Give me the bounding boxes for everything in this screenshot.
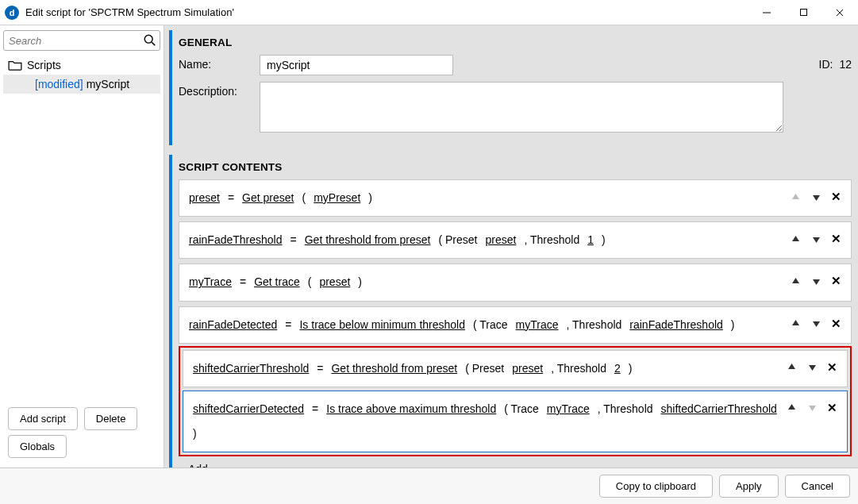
svg-marker-15 (809, 365, 816, 371)
id-value: 12 (839, 58, 852, 71)
move-down-icon[interactable] (810, 233, 821, 244)
globals-button[interactable]: Globals (8, 435, 67, 458)
move-up-icon[interactable] (790, 233, 801, 244)
arg1[interactable]: preset (512, 359, 543, 379)
row-controls: ✕ (786, 359, 837, 375)
copy-to-clipboard-button[interactable]: Copy to clipboard (599, 475, 713, 498)
name-input[interactable] (260, 55, 453, 75)
script-row-4[interactable]: shiftedCarrierThreshold=Get threshold fr… (183, 350, 848, 387)
arg1[interactable]: preset (485, 230, 516, 250)
close-button[interactable] (821, 0, 858, 25)
tree-item-myscript[interactable]: [modified] myScript (3, 75, 160, 94)
arg2[interactable]: 1 (587, 230, 594, 250)
svg-line-5 (152, 42, 155, 45)
svg-marker-8 (792, 236, 799, 241)
arg2[interactable]: 2 (614, 359, 621, 379)
move-up-icon[interactable] (790, 318, 801, 329)
sidebar: Scripts [modified] myScript Add script D… (0, 25, 164, 467)
search-box[interactable] (3, 30, 160, 51)
move-down-icon[interactable] (810, 318, 821, 329)
search-input[interactable] (9, 35, 143, 47)
var-name[interactable]: shiftedCarrierThreshold (193, 359, 309, 379)
move-down-icon (806, 402, 818, 414)
row-controls: ✕ (790, 230, 841, 246)
titlebar: d Edit script for 'SPCTRM Spectrum Simul… (0, 0, 858, 25)
arg2[interactable]: shiftedCarrierThreshold (661, 399, 777, 419)
delete-row-icon[interactable]: ✕ (827, 360, 837, 375)
close-paren: ) (368, 188, 372, 208)
row-controls: ✕ (790, 315, 841, 331)
delete-row-icon[interactable]: ✕ (827, 401, 837, 415)
script-contents-heading: SCRIPT CONTENTS (179, 158, 852, 179)
add-line-link[interactable]: Add (179, 456, 211, 467)
open-paren: ( Preset (438, 230, 477, 250)
open-paren: ( Trace (473, 315, 508, 335)
equals: = (285, 315, 291, 335)
equals: = (228, 188, 234, 208)
main-panel: GENERAL Name: ID: 12 Description: SCRIPT… (164, 25, 858, 467)
move-down-icon[interactable] (810, 275, 821, 287)
tree-root-scripts[interactable]: Scripts (3, 56, 160, 75)
open-paren: ( (302, 188, 306, 208)
arg1[interactable]: myTrace (516, 315, 559, 335)
arg-sep: , Threshold (551, 359, 606, 379)
script-row-2[interactable]: myTrace=Get trace(preset) ✕ (179, 264, 852, 301)
function-name[interactable]: Get trace (254, 272, 300, 292)
svg-marker-7 (813, 195, 820, 201)
function-name[interactable]: Get threshold from preset (305, 230, 431, 250)
script-row-0[interactable]: preset=Get preset(myPreset) ✕ (179, 179, 852, 217)
row-controls: ✕ (790, 188, 841, 204)
function-name[interactable]: Get preset (242, 188, 294, 208)
maximize-button[interactable] (785, 0, 821, 25)
highlight-box: shiftedCarrierThreshold=Get threshold fr… (179, 346, 852, 457)
delete-row-icon[interactable]: ✕ (831, 317, 841, 331)
move-up-icon[interactable] (786, 362, 797, 373)
close-paren: ) (358, 272, 362, 292)
equals: = (240, 272, 246, 292)
minimize-button[interactable] (748, 0, 785, 25)
close-paren: ) (193, 424, 197, 444)
move-down-icon[interactable] (806, 362, 818, 373)
description-label: Description: (179, 82, 260, 98)
function-name[interactable]: Is trace above maximum threshold (326, 399, 496, 419)
svg-marker-6 (792, 194, 799, 199)
function-name[interactable]: Is trace below minimum threshold (299, 315, 465, 335)
delete-row-icon[interactable]: ✕ (831, 232, 841, 246)
search-icon (143, 33, 157, 48)
var-name[interactable]: rainFadeDetected (189, 315, 277, 335)
open-paren: ( (308, 272, 312, 292)
script-row-3[interactable]: rainFadeDetected=Is trace below minimum … (179, 306, 852, 344)
row-controls: ✕ (790, 272, 841, 288)
move-down-icon[interactable] (810, 191, 821, 202)
delete-button[interactable]: Delete (84, 407, 138, 430)
var-name[interactable]: shiftedCarrierDetected (193, 399, 304, 419)
var-name[interactable]: rainFadeThreshold (189, 230, 283, 250)
arg1[interactable]: preset (319, 272, 350, 292)
script-row-5[interactable]: shiftedCarrierDetected=Is trace above ma… (183, 391, 848, 452)
var-name[interactable]: myTrace (189, 272, 232, 292)
arg2[interactable]: rainFadeThreshold (629, 315, 723, 335)
delete-row-icon[interactable]: ✕ (831, 274, 841, 288)
description-input[interactable] (260, 82, 783, 133)
modified-tag: [modified] (35, 78, 83, 90)
arg1[interactable]: myTrace (547, 399, 590, 419)
svg-marker-14 (788, 364, 795, 369)
general-section: GENERAL Name: ID: 12 Description: (169, 30, 852, 145)
script-row-1[interactable]: rainFadeThreshold=Get threshold from pre… (179, 221, 852, 259)
move-up-icon[interactable] (790, 275, 801, 287)
function-name[interactable]: Get threshold from preset (331, 359, 457, 379)
svg-marker-12 (792, 320, 799, 325)
svg-marker-11 (813, 279, 820, 285)
svg-marker-10 (792, 278, 799, 283)
var-name[interactable]: preset (189, 188, 220, 208)
name-label: Name: (179, 55, 260, 71)
apply-button[interactable]: Apply (719, 475, 779, 498)
arg1[interactable]: myPreset (314, 188, 360, 208)
delete-row-icon[interactable]: ✕ (831, 190, 841, 204)
move-up-icon[interactable] (786, 402, 797, 414)
folder-icon (8, 60, 22, 71)
cancel-button[interactable]: Cancel (785, 475, 850, 498)
add-script-button[interactable]: Add script (8, 407, 78, 430)
tree-item-label: myScript (87, 78, 129, 90)
svg-marker-13 (813, 321, 820, 327)
